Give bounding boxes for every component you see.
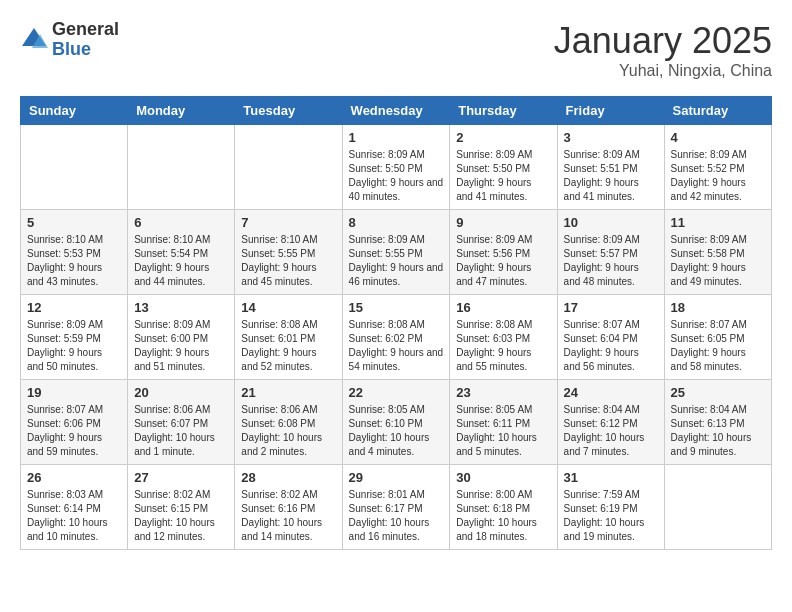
- day-number: 19: [27, 385, 121, 400]
- table-row: 18Sunrise: 8:07 AM Sunset: 6:05 PM Dayli…: [664, 295, 771, 380]
- day-info: Sunrise: 8:10 AM Sunset: 5:53 PM Dayligh…: [27, 233, 121, 289]
- day-info: Sunrise: 8:04 AM Sunset: 6:13 PM Dayligh…: [671, 403, 765, 459]
- table-row: 17Sunrise: 8:07 AM Sunset: 6:04 PM Dayli…: [557, 295, 664, 380]
- col-tuesday: Tuesday: [235, 97, 342, 125]
- table-row: 31Sunrise: 7:59 AM Sunset: 6:19 PM Dayli…: [557, 465, 664, 550]
- table-row: 11Sunrise: 8:09 AM Sunset: 5:58 PM Dayli…: [664, 210, 771, 295]
- day-number: 9: [456, 215, 550, 230]
- table-row: 4Sunrise: 8:09 AM Sunset: 5:52 PM Daylig…: [664, 125, 771, 210]
- table-row: 1Sunrise: 8:09 AM Sunset: 5:50 PM Daylig…: [342, 125, 450, 210]
- day-number: 23: [456, 385, 550, 400]
- col-sunday: Sunday: [21, 97, 128, 125]
- week-row-0: 1Sunrise: 8:09 AM Sunset: 5:50 PM Daylig…: [21, 125, 772, 210]
- table-row: 9Sunrise: 8:09 AM Sunset: 5:56 PM Daylig…: [450, 210, 557, 295]
- day-info: Sunrise: 8:09 AM Sunset: 5:57 PM Dayligh…: [564, 233, 658, 289]
- table-row: [128, 125, 235, 210]
- logo-general-text: General: [52, 20, 119, 40]
- day-number: 3: [564, 130, 658, 145]
- table-row: 21Sunrise: 8:06 AM Sunset: 6:08 PM Dayli…: [235, 380, 342, 465]
- day-info: Sunrise: 8:10 AM Sunset: 5:55 PM Dayligh…: [241, 233, 335, 289]
- table-row: 14Sunrise: 8:08 AM Sunset: 6:01 PM Dayli…: [235, 295, 342, 380]
- location: Yuhai, Ningxia, China: [554, 62, 772, 80]
- calendar-header-row: Sunday Monday Tuesday Wednesday Thursday…: [21, 97, 772, 125]
- day-info: Sunrise: 8:08 AM Sunset: 6:02 PM Dayligh…: [349, 318, 444, 374]
- table-row: 27Sunrise: 8:02 AM Sunset: 6:15 PM Dayli…: [128, 465, 235, 550]
- day-number: 15: [349, 300, 444, 315]
- logo: General Blue: [20, 20, 119, 60]
- day-info: Sunrise: 8:09 AM Sunset: 6:00 PM Dayligh…: [134, 318, 228, 374]
- page-header: General Blue January 2025 Yuhai, Ningxia…: [20, 20, 772, 80]
- day-info: Sunrise: 8:09 AM Sunset: 5:50 PM Dayligh…: [349, 148, 444, 204]
- table-row: 24Sunrise: 8:04 AM Sunset: 6:12 PM Dayli…: [557, 380, 664, 465]
- day-info: Sunrise: 8:02 AM Sunset: 6:16 PM Dayligh…: [241, 488, 335, 544]
- day-info: Sunrise: 8:05 AM Sunset: 6:10 PM Dayligh…: [349, 403, 444, 459]
- table-row: 30Sunrise: 8:00 AM Sunset: 6:18 PM Dayli…: [450, 465, 557, 550]
- day-info: Sunrise: 8:03 AM Sunset: 6:14 PM Dayligh…: [27, 488, 121, 544]
- table-row: 3Sunrise: 8:09 AM Sunset: 5:51 PM Daylig…: [557, 125, 664, 210]
- table-row: 7Sunrise: 8:10 AM Sunset: 5:55 PM Daylig…: [235, 210, 342, 295]
- day-number: 24: [564, 385, 658, 400]
- table-row: 16Sunrise: 8:08 AM Sunset: 6:03 PM Dayli…: [450, 295, 557, 380]
- table-row: 28Sunrise: 8:02 AM Sunset: 6:16 PM Dayli…: [235, 465, 342, 550]
- table-row: 8Sunrise: 8:09 AM Sunset: 5:55 PM Daylig…: [342, 210, 450, 295]
- day-number: 1: [349, 130, 444, 145]
- day-number: 12: [27, 300, 121, 315]
- table-row: [21, 125, 128, 210]
- col-wednesday: Wednesday: [342, 97, 450, 125]
- day-info: Sunrise: 8:08 AM Sunset: 6:03 PM Dayligh…: [456, 318, 550, 374]
- day-info: Sunrise: 8:07 AM Sunset: 6:05 PM Dayligh…: [671, 318, 765, 374]
- day-info: Sunrise: 8:05 AM Sunset: 6:11 PM Dayligh…: [456, 403, 550, 459]
- table-row: 6Sunrise: 8:10 AM Sunset: 5:54 PM Daylig…: [128, 210, 235, 295]
- day-number: 5: [27, 215, 121, 230]
- day-info: Sunrise: 8:09 AM Sunset: 5:55 PM Dayligh…: [349, 233, 444, 289]
- week-row-1: 5Sunrise: 8:10 AM Sunset: 5:53 PM Daylig…: [21, 210, 772, 295]
- month-title: January 2025: [554, 20, 772, 62]
- day-number: 11: [671, 215, 765, 230]
- logo-icon: [20, 26, 48, 54]
- day-number: 21: [241, 385, 335, 400]
- day-number: 30: [456, 470, 550, 485]
- col-thursday: Thursday: [450, 97, 557, 125]
- table-row: 25Sunrise: 8:04 AM Sunset: 6:13 PM Dayli…: [664, 380, 771, 465]
- day-number: 25: [671, 385, 765, 400]
- day-number: 31: [564, 470, 658, 485]
- day-number: 27: [134, 470, 228, 485]
- table-row: 15Sunrise: 8:08 AM Sunset: 6:02 PM Dayli…: [342, 295, 450, 380]
- day-info: Sunrise: 8:02 AM Sunset: 6:15 PM Dayligh…: [134, 488, 228, 544]
- table-row: 12Sunrise: 8:09 AM Sunset: 5:59 PM Dayli…: [21, 295, 128, 380]
- day-number: 4: [671, 130, 765, 145]
- day-number: 10: [564, 215, 658, 230]
- table-row: 13Sunrise: 8:09 AM Sunset: 6:00 PM Dayli…: [128, 295, 235, 380]
- table-row: 20Sunrise: 8:06 AM Sunset: 6:07 PM Dayli…: [128, 380, 235, 465]
- table-row: 22Sunrise: 8:05 AM Sunset: 6:10 PM Dayli…: [342, 380, 450, 465]
- day-number: 18: [671, 300, 765, 315]
- day-info: Sunrise: 7:59 AM Sunset: 6:19 PM Dayligh…: [564, 488, 658, 544]
- day-info: Sunrise: 8:09 AM Sunset: 5:59 PM Dayligh…: [27, 318, 121, 374]
- day-number: 29: [349, 470, 444, 485]
- day-info: Sunrise: 8:08 AM Sunset: 6:01 PM Dayligh…: [241, 318, 335, 374]
- calendar-table: Sunday Monday Tuesday Wednesday Thursday…: [20, 96, 772, 550]
- day-info: Sunrise: 8:09 AM Sunset: 5:58 PM Dayligh…: [671, 233, 765, 289]
- table-row: 2Sunrise: 8:09 AM Sunset: 5:50 PM Daylig…: [450, 125, 557, 210]
- day-number: 22: [349, 385, 444, 400]
- week-row-3: 19Sunrise: 8:07 AM Sunset: 6:06 PM Dayli…: [21, 380, 772, 465]
- col-monday: Monday: [128, 97, 235, 125]
- title-block: January 2025 Yuhai, Ningxia, China: [554, 20, 772, 80]
- day-number: 20: [134, 385, 228, 400]
- day-number: 28: [241, 470, 335, 485]
- day-info: Sunrise: 8:09 AM Sunset: 5:50 PM Dayligh…: [456, 148, 550, 204]
- table-row: 23Sunrise: 8:05 AM Sunset: 6:11 PM Dayli…: [450, 380, 557, 465]
- col-saturday: Saturday: [664, 97, 771, 125]
- day-info: Sunrise: 8:01 AM Sunset: 6:17 PM Dayligh…: [349, 488, 444, 544]
- day-number: 7: [241, 215, 335, 230]
- day-info: Sunrise: 8:04 AM Sunset: 6:12 PM Dayligh…: [564, 403, 658, 459]
- day-info: Sunrise: 8:07 AM Sunset: 6:06 PM Dayligh…: [27, 403, 121, 459]
- day-number: 13: [134, 300, 228, 315]
- table-row: 19Sunrise: 8:07 AM Sunset: 6:06 PM Dayli…: [21, 380, 128, 465]
- table-row: 10Sunrise: 8:09 AM Sunset: 5:57 PM Dayli…: [557, 210, 664, 295]
- day-info: Sunrise: 8:06 AM Sunset: 6:08 PM Dayligh…: [241, 403, 335, 459]
- day-info: Sunrise: 8:09 AM Sunset: 5:51 PM Dayligh…: [564, 148, 658, 204]
- day-info: Sunrise: 8:07 AM Sunset: 6:04 PM Dayligh…: [564, 318, 658, 374]
- col-friday: Friday: [557, 97, 664, 125]
- day-number: 2: [456, 130, 550, 145]
